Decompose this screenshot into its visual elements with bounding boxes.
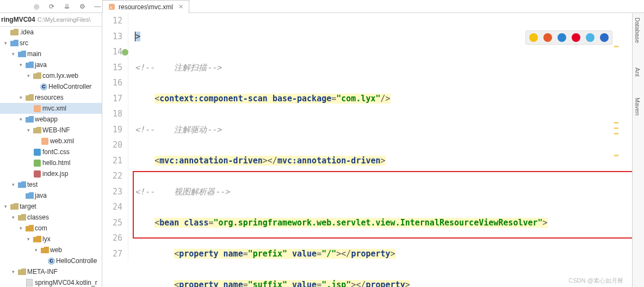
tree-node[interactable]: CHelloControlle xyxy=(0,255,102,266)
tree-label: index.jsp xyxy=(42,168,68,179)
tree-node[interactable]: ▾test xyxy=(0,179,102,190)
tree-node[interactable]: CHelloController xyxy=(0,81,102,92)
marker-stripe[interactable] xyxy=(613,13,620,287)
code-line: <!-- 注解扫描--> xyxy=(135,63,221,72)
project-tree[interactable]: .idea▾src▾main▾java▾com.lyx.webCHelloCon… xyxy=(0,27,102,287)
gear-icon[interactable]: ⚙ xyxy=(78,3,86,10)
tab-label: resources\mvc.xml xyxy=(119,3,173,11)
chevron-icon[interactable]: ▾ xyxy=(10,179,16,190)
tree-node[interactable]: java xyxy=(0,190,102,201)
chevron-icon[interactable]: ▾ xyxy=(10,48,16,59)
code-line: > xyxy=(135,32,140,41)
folder-pkg-icon xyxy=(10,39,18,47)
folder-icon xyxy=(25,94,34,101)
main-toolbar: ◎ ⟳ ⇊ ⚙ — xyxy=(0,0,644,13)
tree-label: WEB-INF xyxy=(42,125,70,136)
tree-node[interactable]: ▾target xyxy=(0,201,102,212)
tree-node[interactable]: ▾src xyxy=(0,38,102,48)
line-number: 24 xyxy=(102,199,122,215)
tree-node[interactable]: ▾classes xyxy=(0,212,102,223)
folder-icon xyxy=(10,203,18,210)
tree-node[interactable]: ▾resources xyxy=(0,92,102,103)
chevron-icon[interactable]: ▾ xyxy=(10,212,16,223)
folder-pkg-icon xyxy=(25,115,34,123)
tree-node[interactable]: ▾webapp xyxy=(0,114,102,125)
tree-label: HelloControlle xyxy=(56,255,97,266)
chevron-icon[interactable]: ▾ xyxy=(25,125,32,136)
chevron-icon[interactable]: ▾ xyxy=(10,266,16,277)
opera-icon[interactable] xyxy=(572,33,580,42)
svg-rect-2 xyxy=(34,105,41,112)
sidebar-tab-database[interactable]: Database xyxy=(634,17,641,43)
code-line: <!-- 视图解析器--> xyxy=(135,187,230,197)
tree-node[interactable]: ▾lyx xyxy=(0,234,102,245)
locate-icon[interactable]: ◎ xyxy=(33,3,40,10)
line-number: 18 xyxy=(102,106,122,122)
ie-icon[interactable] xyxy=(600,33,609,42)
warning-marker[interactable] xyxy=(614,133,618,135)
warning-marker[interactable] xyxy=(614,46,618,47)
folder-open-icon xyxy=(40,246,49,254)
tree-node[interactable]: web.xml xyxy=(0,136,102,146)
tree-label: target xyxy=(20,201,36,212)
folder-open-icon xyxy=(25,224,34,232)
tree-node[interactable]: index.jsp xyxy=(0,168,102,179)
tree-node[interactable]: ▾java xyxy=(0,59,102,70)
refresh-icon[interactable]: ⟳ xyxy=(48,3,55,10)
chevron-icon[interactable]: ▾ xyxy=(17,223,24,234)
hide-icon[interactable]: — xyxy=(94,3,101,10)
tree-label: fontC.css xyxy=(42,146,70,157)
tree-node[interactable]: fontC.css xyxy=(0,146,102,157)
warning-marker[interactable] xyxy=(614,127,618,129)
spring-bean-icon[interactable] xyxy=(121,46,129,53)
edge-icon[interactable] xyxy=(586,33,595,42)
tree-node[interactable]: ▾web xyxy=(0,245,102,255)
firefox-icon[interactable] xyxy=(543,33,552,42)
tree-label: resources xyxy=(35,92,64,103)
chevron-icon[interactable]: ▾ xyxy=(17,59,24,70)
chevron-icon[interactable]: ▾ xyxy=(17,92,24,103)
chevron-icon[interactable]: ▾ xyxy=(25,234,32,245)
folder-icon xyxy=(10,28,18,36)
folder-icon xyxy=(33,126,41,134)
tree-node[interactable]: .idea xyxy=(0,27,102,38)
svg-rect-5 xyxy=(34,160,41,167)
right-sidebar: DatabaseAntMaven xyxy=(632,13,644,287)
collapse-icon[interactable]: ⇊ xyxy=(63,3,71,10)
chevron-icon[interactable]: ▾ xyxy=(25,70,32,81)
chevron-icon[interactable]: ▾ xyxy=(2,201,9,212)
code-area[interactable]: > <!-- 注解扫描--> <context:component-scan b… xyxy=(135,13,619,287)
line-number: 17 xyxy=(102,91,122,107)
tree-node[interactable]: ▾com.lyx.web xyxy=(0,70,102,81)
tab-mvc-xml[interactable]: x resources\mvc.xml ✕ xyxy=(102,0,189,13)
sidebar-tab-ant[interactable]: Ant xyxy=(634,68,641,77)
svg-rect-3 xyxy=(41,138,48,145)
warning-marker[interactable] xyxy=(614,122,618,124)
tree-node[interactable]: ▾WEB-INF xyxy=(0,125,102,136)
chevron-icon[interactable]: ▾ xyxy=(2,38,9,48)
folder-icon xyxy=(17,268,26,276)
line-number: 23 xyxy=(102,184,122,200)
line-number: 19 xyxy=(102,122,122,138)
folder-pkg-icon xyxy=(25,61,34,69)
sidebar-tab-maven[interactable]: Maven xyxy=(634,97,641,115)
tree-node[interactable]: hello.html xyxy=(0,157,102,168)
chevron-icon[interactable]: ▾ xyxy=(17,114,24,125)
close-icon[interactable]: ✕ xyxy=(178,3,183,10)
tree-node[interactable]: mvc.xml xyxy=(0,103,102,114)
editor[interactable]: 12131415161718192021222324252627 > <!-- … xyxy=(102,13,632,287)
tree-node[interactable]: ▾META-INF xyxy=(0,266,102,277)
tree-label: com.lyx.web xyxy=(42,70,78,81)
tree-node[interactable]: ▾main xyxy=(0,48,102,59)
line-number: 16 xyxy=(102,75,122,91)
css-icon xyxy=(33,148,41,156)
chrome-icon[interactable] xyxy=(529,33,538,42)
file-cls-icon: C xyxy=(40,83,47,90)
tree-node[interactable]: ▾com xyxy=(0,223,102,234)
line-number: 25 xyxy=(102,215,122,231)
safari-icon[interactable] xyxy=(558,33,566,42)
tree-node[interactable]: springMVC04.kotlin_r xyxy=(0,277,102,287)
chevron-icon[interactable]: ▾ xyxy=(33,245,39,255)
warning-marker[interactable] xyxy=(614,155,618,156)
tree-label: src xyxy=(20,38,28,48)
